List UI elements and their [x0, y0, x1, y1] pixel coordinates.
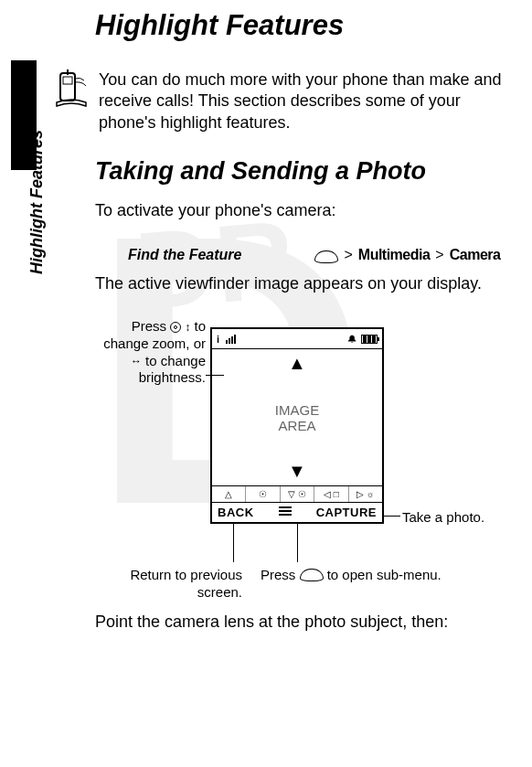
softkey-capture: CAPTURE: [316, 506, 377, 519]
callout-text: Press: [132, 318, 171, 334]
callout-return: Return to previous screen.: [114, 567, 242, 602]
menu-key-icon: [300, 569, 324, 581]
path-sep: >: [344, 247, 352, 263]
battery-icon: [361, 335, 378, 344]
feature-path: > Multimedia > Camera: [314, 247, 500, 263]
callout-text: to open sub-menu.: [324, 567, 442, 582]
menu-indicator-icon: [279, 510, 292, 516]
indicator-cell: ▽ ☉: [281, 486, 314, 502]
section-title: Taking and Sending a Photo: [95, 157, 426, 186]
callout-text: Press: [261, 567, 300, 582]
page-title: Highlight Features: [95, 9, 344, 42]
status-bar: i 🔔︎: [212, 329, 382, 349]
info-icon: i: [217, 334, 219, 345]
indicator-cell: △: [212, 486, 246, 502]
phone-screen-mockup: i 🔔︎ ▲ IMAGE AREA ▼ △ ☉ ▽ ☉: [210, 327, 384, 524]
point-camera-instruction: Point the camera lens at the photo subje…: [95, 613, 448, 632]
viewfinder-diagram: Press ↕ to change zoom, or ↔ to change b…: [91, 311, 521, 594]
find-feature-label: Find the Feature: [128, 247, 241, 263]
path-sep: >: [435, 247, 443, 263]
menu-key-icon: [314, 250, 338, 263]
signal-icon: [226, 335, 236, 344]
image-area-label: IMAGE: [275, 402, 319, 418]
softkey-row: BACK CAPTURE: [212, 502, 382, 522]
path-multimedia: Multimedia: [358, 247, 431, 263]
indicator-cell: ◁ □: [314, 486, 348, 502]
indicator-cell: ▷ ☼: [349, 486, 382, 502]
callout-submenu: Press to open sub-menu.: [261, 567, 452, 584]
intro-text: You can do much more with your phone tha…: [99, 69, 519, 133]
bell-icon: 🔔︎: [347, 334, 357, 345]
svg-rect-4: [63, 77, 72, 84]
find-the-feature-row: Find the Feature > Multimedia > Camera: [128, 247, 512, 263]
up-down-icon: ↕: [185, 321, 190, 335]
image-area-label: AREA: [279, 418, 316, 433]
phone-tip-icon: [53, 69, 90, 110]
softkey-back: BACK: [218, 506, 254, 519]
arrow-up-icon: ▲: [288, 353, 306, 374]
callout-zoom-brightness: Press ↕ to change zoom, or ↔ to change b…: [96, 318, 206, 387]
activate-instruction: To activate your phone's camera:: [95, 201, 336, 220]
callout-take-photo: Take a photo.: [402, 509, 484, 525]
indicator-cell: ☉: [246, 486, 280, 502]
sidebar-chapter-label: Highlight Features: [27, 130, 47, 274]
left-right-icon: ↔: [131, 355, 142, 368]
nav-key-icon: [170, 322, 181, 333]
callout-text: to change brightness.: [139, 353, 206, 386]
image-area: ▲ IMAGE AREA ▼: [212, 349, 382, 485]
intro-block: You can do much more with your phone tha…: [53, 69, 519, 133]
arrow-down-icon: ▼: [288, 461, 306, 482]
path-camera: Camera: [450, 247, 501, 263]
viewfinder-instruction: The active viewfinder image appears on y…: [95, 274, 482, 293]
indicator-row: △ ☉ ▽ ☉ ◁ □ ▷ ☼: [212, 485, 382, 502]
